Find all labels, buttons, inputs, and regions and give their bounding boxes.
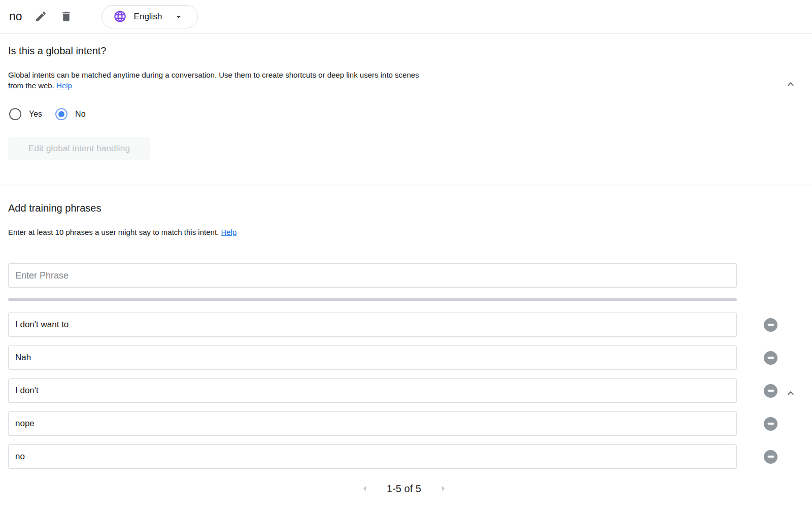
intent-title: no bbox=[9, 10, 22, 23]
remove-phrase-button[interactable] bbox=[764, 450, 777, 464]
global-intent-description: Global intents can be matched anytime du… bbox=[8, 70, 434, 91]
arrow-left-icon bbox=[359, 482, 371, 495]
global-intent-section: Is this a global intent? Global intents … bbox=[0, 33, 812, 185]
collapse-training-phrases-button[interactable] bbox=[785, 387, 797, 399]
training-phrase-field[interactable]: no bbox=[8, 444, 737, 469]
radio-selected-icon bbox=[55, 108, 67, 120]
training-phrase-list: I don't want to Nah I don't nope no bbox=[8, 313, 812, 469]
minus-icon bbox=[767, 423, 774, 425]
delete-intent-button[interactable] bbox=[60, 10, 73, 23]
training-phrase-row: nope bbox=[8, 411, 812, 436]
training-phrases-heading: Add training phrases bbox=[8, 185, 812, 215]
training-phrase-field[interactable]: I don't want to bbox=[8, 313, 737, 337]
next-page-button[interactable] bbox=[437, 482, 449, 495]
radio-unselected-icon bbox=[9, 108, 21, 120]
training-phrase-field[interactable]: Nah bbox=[8, 345, 737, 370]
minus-icon bbox=[767, 390, 774, 392]
phrase-list-divider bbox=[8, 298, 737, 301]
globe-icon bbox=[113, 10, 127, 23]
pagination-label: 1-5 of 5 bbox=[387, 483, 421, 495]
pencil-icon bbox=[35, 10, 47, 23]
global-intent-help-link[interactable]: Help bbox=[56, 81, 72, 90]
training-phrase-field[interactable]: nope bbox=[8, 411, 737, 436]
minus-icon bbox=[767, 357, 774, 359]
training-phrases-description: Enter at least 10 phrases a user might s… bbox=[8, 227, 434, 237]
arrow-right-icon bbox=[437, 482, 449, 495]
training-phrases-help-link[interactable]: Help bbox=[221, 228, 236, 236]
language-label: English bbox=[134, 12, 162, 22]
remove-phrase-button[interactable] bbox=[764, 318, 777, 332]
training-phrase-field[interactable]: I don't bbox=[8, 378, 737, 403]
training-phrase-row: I don't bbox=[8, 378, 812, 403]
enter-phrase-input[interactable] bbox=[8, 263, 737, 288]
language-selector[interactable]: English bbox=[101, 5, 198, 28]
edit-global-intent-handling-button[interactable]: Edit global intent handling bbox=[8, 137, 150, 160]
training-phrase-row: Nah bbox=[8, 345, 812, 370]
trash-icon bbox=[60, 10, 73, 23]
training-phrase-row: no bbox=[8, 444, 812, 469]
training-phrases-section: Add training phrases Enter at least 10 p… bbox=[0, 185, 812, 495]
edit-intent-button[interactable] bbox=[35, 10, 48, 23]
global-intent-heading: Is this a global intent? bbox=[8, 33, 812, 57]
chevron-up-icon bbox=[785, 387, 797, 399]
caret-down-icon bbox=[169, 11, 184, 22]
phrase-pagination: 1-5 of 5 bbox=[8, 482, 800, 495]
radio-option-no[interactable]: No bbox=[54, 108, 85, 120]
global-intent-radio-group: Yes No bbox=[8, 108, 812, 120]
minus-icon bbox=[767, 456, 774, 458]
collapse-global-intent-button[interactable] bbox=[785, 78, 797, 90]
radio-option-yes[interactable]: Yes bbox=[8, 108, 42, 120]
chevron-up-icon bbox=[785, 78, 797, 90]
remove-phrase-button[interactable] bbox=[764, 417, 777, 431]
remove-phrase-button[interactable] bbox=[764, 384, 777, 398]
minus-icon bbox=[767, 324, 774, 326]
header-bar: no English bbox=[0, 0, 812, 33]
training-phrase-row: I don't want to bbox=[8, 313, 812, 337]
previous-page-button[interactable] bbox=[359, 482, 371, 495]
remove-phrase-button[interactable] bbox=[764, 351, 777, 365]
